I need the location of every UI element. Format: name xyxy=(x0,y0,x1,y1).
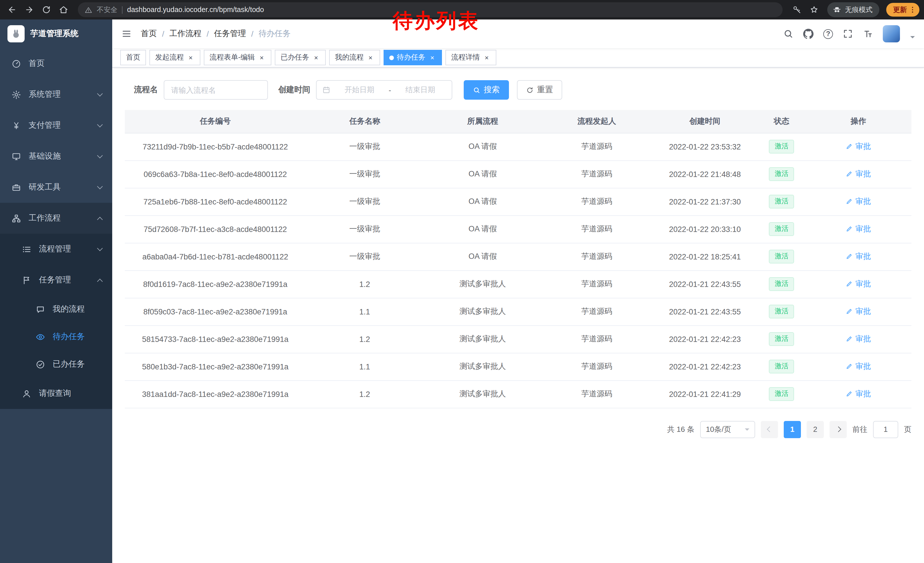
header-actions: 操作 xyxy=(805,110,911,133)
approve-link[interactable]: 审批 xyxy=(846,334,871,344)
update-label: 更新 xyxy=(893,5,907,15)
date-range-picker[interactable]: 开始日期 - 结束日期 xyxy=(316,80,452,100)
sidebar-item-workflow[interactable]: 工作流程 xyxy=(0,203,112,234)
next-page-button[interactable] xyxy=(830,421,847,438)
tab-my-process[interactable]: 我的流程 xyxy=(329,50,380,65)
task-name: 1.2 xyxy=(306,325,424,353)
approve-link[interactable]: 审批 xyxy=(846,224,871,234)
sidebar-item-todo-task[interactable]: 待办任务 xyxy=(0,323,112,350)
github-button[interactable] xyxy=(803,29,813,39)
approve-link[interactable]: 审批 xyxy=(846,306,871,317)
table-row: 8f0d1619-7ac8-11ec-a9e2-a2380e71991a 1.2… xyxy=(125,270,911,298)
search-submit-button[interactable]: 搜索 xyxy=(464,80,509,100)
sidebar-item-leave-query[interactable]: 请假查询 xyxy=(0,378,112,409)
task-table: 任务编号 任务名称 所属流程 流程发起人 创建时间 状态 操作 73211d9d… xyxy=(125,110,911,408)
breadcrumb-item-home[interactable]: 首页 xyxy=(141,29,157,39)
edit-pen-icon xyxy=(846,363,853,370)
chevron-right-icon xyxy=(835,426,841,432)
task-create-time: 2022-01-22 18:25:41 xyxy=(652,243,758,270)
sidebar-item-my-process[interactable]: 我的流程 xyxy=(0,296,112,323)
font-size-button[interactable] xyxy=(863,29,873,39)
approve-link[interactable]: 审批 xyxy=(846,197,871,207)
approve-link-label: 审批 xyxy=(855,306,871,317)
approve-link[interactable]: 审批 xyxy=(846,251,871,262)
sidebar-collapse-button[interactable] xyxy=(122,29,132,39)
sidebar-item-payment[interactable]: 支付管理 xyxy=(0,110,112,141)
tab-process-detail[interactable]: 流程详情 xyxy=(446,50,496,65)
breadcrumb-item-current: 待办任务 xyxy=(258,29,291,39)
page-size-select[interactable]: 10条/页 xyxy=(700,421,755,438)
close-icon[interactable] xyxy=(483,54,490,62)
reset-button[interactable]: 重置 xyxy=(517,80,562,100)
close-icon[interactable] xyxy=(258,54,266,62)
browser-refresh-button[interactable] xyxy=(39,2,54,17)
sidebar-item-task-mgmt[interactable]: 任务管理 xyxy=(0,264,112,296)
workflow-submenu: 流程管理 任务管理 我的流程 待办任务 xyxy=(0,234,112,409)
sidebar-item-infrastructure[interactable]: 基础设施 xyxy=(0,141,112,172)
back-arrow-icon xyxy=(8,5,16,14)
update-button[interactable]: 更新 xyxy=(886,3,920,17)
status-badge: 激活 xyxy=(769,305,794,318)
help-icon[interactable] xyxy=(823,29,833,39)
start-date-input[interactable]: 开始日期 xyxy=(334,85,385,95)
avatar[interactable] xyxy=(883,25,900,42)
task-name: 1.2 xyxy=(306,380,424,408)
gear-icon xyxy=(12,90,21,99)
close-icon[interactable] xyxy=(428,54,436,62)
sidebar-item-label: 已办任务 xyxy=(52,359,102,369)
browser-home-button[interactable] xyxy=(56,2,71,17)
filter-bar: 流程名 创建时间 开始日期 - 结束日期 搜索 xyxy=(125,80,911,100)
process-name-input[interactable] xyxy=(164,80,268,100)
browser-forward-button[interactable] xyxy=(22,2,37,17)
tab-label: 流程表单-编辑 xyxy=(210,53,255,62)
tab-home[interactable]: 首页 xyxy=(120,50,146,65)
close-icon[interactable] xyxy=(187,54,195,62)
bookmark-star-button[interactable] xyxy=(807,2,822,17)
tab-todo-task[interactable]: 待办任务 xyxy=(384,50,442,65)
approve-link[interactable]: 审批 xyxy=(846,141,871,152)
goto-page-input[interactable] xyxy=(873,421,898,438)
approve-link[interactable]: 审批 xyxy=(846,389,871,399)
close-icon[interactable] xyxy=(312,54,320,62)
approve-link[interactable]: 审批 xyxy=(846,279,871,289)
avatar-caret-icon[interactable] xyxy=(910,36,915,41)
approve-link[interactable]: 审批 xyxy=(846,169,871,179)
sidebar-item-devtools[interactable]: 研发工具 xyxy=(0,172,112,203)
header-process: 所属流程 xyxy=(424,110,542,133)
sidebar-item-label: 支付管理 xyxy=(28,120,98,131)
breadcrumb-separator: / xyxy=(207,29,209,38)
page-button-2[interactable]: 2 xyxy=(807,421,824,438)
url-text[interactable]: dashboard.yudao.iocoder.cn/bpm/task/todo xyxy=(127,6,264,14)
chat-bubble-icon xyxy=(36,305,45,314)
close-icon[interactable] xyxy=(366,54,374,62)
chevron-down-icon xyxy=(745,428,749,433)
sidebar-item-process-mgmt[interactable]: 流程管理 xyxy=(0,234,112,264)
fullscreen-button[interactable] xyxy=(843,29,853,39)
approve-link[interactable]: 审批 xyxy=(846,362,871,372)
page-size-value: 10条/页 xyxy=(706,424,731,434)
breadcrumb-item-workflow[interactable]: 工作流程 xyxy=(170,29,201,39)
task-name: 一级审批 xyxy=(306,215,424,243)
approve-link-label: 审批 xyxy=(855,389,871,399)
security-label[interactable]: 不安全 xyxy=(97,5,117,15)
page-button-1[interactable]: 1 xyxy=(784,421,801,438)
end-date-input[interactable]: 结束日期 xyxy=(394,85,446,95)
approve-link-label: 审批 xyxy=(855,197,871,207)
sidebar-item-home[interactable]: 首页 xyxy=(0,48,112,79)
prev-page-button[interactable] xyxy=(761,421,778,438)
browser-menu-icon[interactable] xyxy=(909,6,916,14)
search-button[interactable] xyxy=(783,29,794,39)
tab-start-process[interactable]: 发起流程 xyxy=(149,50,200,65)
tab-done-task[interactable]: 已办任务 xyxy=(275,50,326,65)
edit-pen-icon xyxy=(846,170,853,178)
tab-form-edit[interactable]: 流程表单-编辑 xyxy=(204,50,272,65)
browser-back-button[interactable] xyxy=(4,2,20,17)
sidebar-item-done-task[interactable]: 已办任务 xyxy=(0,350,112,378)
task-process: OA 请假 xyxy=(424,215,542,243)
breadcrumb-item-task-mgmt[interactable]: 任务管理 xyxy=(214,29,246,39)
task-name: 1.1 xyxy=(306,298,424,325)
pagination-total: 共 16 条 xyxy=(667,424,694,434)
app-title: 芋道管理系统 xyxy=(30,29,78,39)
sidebar-item-system[interactable]: 系统管理 xyxy=(0,79,112,110)
password-key-button[interactable] xyxy=(789,2,804,17)
